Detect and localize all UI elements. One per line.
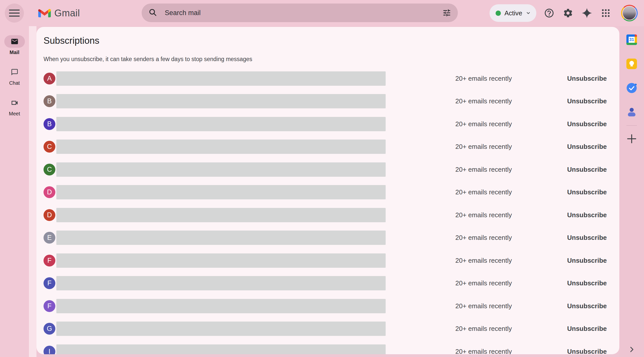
subscription-row: D 20+ emails recently Unsubscribe [44,181,607,204]
right-side-panel: 31 [619,26,644,357]
sender-avatar: C [44,141,55,153]
collapse-panel-button[interactable] [626,343,638,355]
sender-avatar: D [44,186,55,198]
help-button[interactable] [543,7,555,19]
email-count-label: 20+ emails recently [455,75,512,82]
subscription-row: E 20+ emails recently Unsubscribe [44,227,607,249]
calendar-panel-button[interactable]: 31 [626,34,638,46]
left-navigation-rail: Mail Chat Meet [0,26,29,357]
email-count-label: 20+ emails recently [455,211,512,219]
sidebar-item-meet[interactable]: Meet [9,97,20,117]
unsubscribe-button[interactable]: Unsubscribe [567,188,607,196]
search-icon [148,8,157,18]
subscription-row: B 20+ emails recently Unsubscribe [44,90,607,113]
redacted-sender-name [56,71,386,86]
redacted-sender-name [56,299,386,313]
settings-button[interactable] [562,7,574,19]
unsubscribe-button[interactable]: Unsubscribe [567,302,607,310]
subscription-row: I 20+ emails recently Unsubscribe [44,340,607,354]
subscription-row: F 20+ emails recently Unsubscribe [44,272,607,295]
chevron-right-icon [628,346,635,353]
redacted-sender-name [56,94,386,108]
sender-initial: E [47,234,52,242]
sender-initial: F [47,302,52,310]
redacted-sender-name [56,344,386,354]
left-gutter [29,26,36,357]
gmail-window: Gmail Active [0,0,644,357]
redacted-sender-name [56,253,386,268]
availability-status-button[interactable]: Active [490,4,536,22]
subscription-row: G 20+ emails recently Unsubscribe [44,318,607,340]
unsubscribe-button[interactable]: Unsubscribe [567,325,607,333]
google-keep-icon [626,59,637,69]
sender-initial: D [47,188,52,196]
unsubscribe-button[interactable]: Unsubscribe [567,211,607,219]
sender-avatar: B [44,118,55,130]
unsubscribe-button[interactable]: Unsubscribe [567,257,607,264]
main-column: Subscriptions When you unsubscribe, it c… [36,26,619,357]
google-contacts-icon [626,107,637,117]
mail-envelope-icon [11,37,19,46]
redacted-sender-name [56,322,386,336]
mail-active-pill [4,35,25,48]
unsubscribe-button[interactable]: Unsubscribe [567,75,607,82]
sidebar-item-mail[interactable]: Mail [4,35,25,55]
redacted-sender-name [56,117,386,131]
subscription-row: B 20+ emails recently Unsubscribe [44,113,607,136]
unsubscribe-button[interactable]: Unsubscribe [567,143,607,151]
email-count-label: 20+ emails recently [455,279,512,287]
unsubscribe-button[interactable]: Unsubscribe [567,97,607,105]
chat-bubble-icon [11,66,18,78]
redacted-sender-name [56,140,386,154]
search-input[interactable] [164,9,442,17]
profile-photo [622,6,637,20]
redacted-sender-name [56,208,386,222]
hamburger-menu-icon [9,10,20,17]
gmail-logo: Gmail [38,0,80,26]
sender-avatar: F [44,300,55,312]
email-count-label: 20+ emails recently [455,348,512,354]
google-apps-button[interactable] [600,7,612,19]
sidebar-label-meet: Meet [9,111,20,117]
sender-initial: B [47,97,52,105]
sidebar-label-chat: Chat [9,80,20,86]
email-count-label: 20+ emails recently [455,302,512,310]
apps-grid-icon [601,8,611,18]
redacted-sender-name [56,185,386,199]
search-bar[interactable] [142,4,458,22]
gemini-sparkle-icon [581,8,592,19]
email-count-label: 20+ emails recently [455,97,512,105]
gmail-wordmark: Gmail [54,8,80,19]
email-count-label: 20+ emails recently [455,188,512,196]
chevron-down-icon [526,11,531,16]
unsubscribe-button[interactable]: Unsubscribe [567,120,607,128]
tasks-panel-button[interactable] [626,82,638,94]
main-menu-button[interactable] [5,4,24,23]
unsubscribe-button[interactable]: Unsubscribe [567,234,607,242]
page-subtitle: When you unsubscribe, it can take sender… [44,56,607,63]
status-green-dot-icon [496,11,501,16]
sidebar-item-chat[interactable]: Chat [9,66,20,86]
contacts-panel-button[interactable] [626,106,638,118]
keep-panel-button[interactable] [626,58,638,70]
status-label: Active [504,9,522,17]
rail-divider [626,125,637,126]
gmail-m-icon [38,8,51,18]
sender-initial: C [47,143,52,151]
sender-avatar: E [44,232,55,244]
content-area: Mail Chat Meet [0,26,644,357]
subscription-row: F 20+ emails recently Unsubscribe [44,249,607,272]
get-add-ons-button[interactable] [626,133,638,145]
unsubscribe-button[interactable]: Unsubscribe [567,348,607,354]
account-avatar[interactable] [621,5,638,21]
sender-initial: F [47,257,52,264]
google-tasks-icon [626,83,637,93]
search-filters-tune-icon[interactable] [442,8,451,17]
topbar-right-cluster: Active [490,0,638,26]
unsubscribe-button[interactable]: Unsubscribe [567,166,607,173]
unsubscribe-button[interactable]: Unsubscribe [567,279,607,287]
sender-initial: B [47,120,52,128]
redacted-sender-name [56,231,386,245]
gemini-button[interactable] [581,7,593,19]
settings-gear-icon [563,8,573,18]
